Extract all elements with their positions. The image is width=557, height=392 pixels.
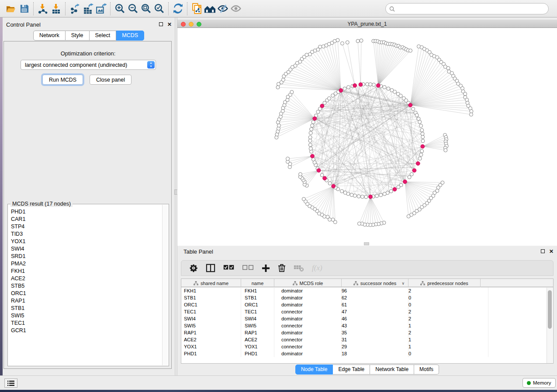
export-image-icon[interactable] bbox=[94, 3, 107, 15]
mcds-result-item[interactable]: TEC1 bbox=[8, 319, 162, 327]
run-mcds-button[interactable]: Run MCDS bbox=[42, 75, 83, 85]
mcds-result-item[interactable]: SRD1 bbox=[8, 252, 162, 260]
refresh-icon[interactable] bbox=[171, 3, 184, 15]
mcds-result-item[interactable]: CAR1 bbox=[8, 215, 162, 223]
close-table-panel-icon[interactable]: ✕ bbox=[549, 249, 554, 254]
tab-select[interactable]: Select bbox=[90, 31, 117, 41]
tab-node-table[interactable]: Node Table bbox=[295, 364, 333, 375]
cell-successor-nodes[interactable]: 46 bbox=[342, 315, 408, 322]
search-field[interactable] bbox=[385, 3, 549, 14]
column-header-shared-name[interactable]: shared name bbox=[181, 279, 241, 287]
delete-column-icon[interactable] bbox=[278, 263, 286, 273]
cell-name[interactable]: SWI5 bbox=[241, 322, 274, 329]
tab-mcds[interactable]: MCDS bbox=[116, 31, 144, 41]
mcds-result-item[interactable]: PHD1 bbox=[8, 208, 162, 215]
deselect-all-icon[interactable] bbox=[242, 263, 254, 273]
optimization-criterion-select[interactable]: largest connected component (undirected)… bbox=[21, 60, 156, 70]
cell-mcds-role[interactable]: dominator bbox=[274, 315, 342, 322]
cell-mcds-role[interactable]: dominator bbox=[274, 287, 342, 294]
node-table[interactable]: shared name name MCDS role successor nod… bbox=[181, 279, 554, 364]
mcds-result-list[interactable]: PHD1CAR1STP4TID3YOX1SWI4SRD1PMA2FKH1ACE2… bbox=[8, 208, 162, 365]
export-network-icon[interactable] bbox=[68, 3, 81, 15]
select-all-icon[interactable] bbox=[223, 263, 235, 273]
cell-name[interactable]: ACE2 bbox=[241, 336, 274, 343]
memory-button[interactable]: Memory bbox=[522, 378, 556, 388]
cell-mcds-role[interactable]: dominator bbox=[274, 350, 342, 357]
cell-name[interactable]: FKH1 bbox=[241, 287, 274, 294]
tab-edge-table[interactable]: Edge Table bbox=[333, 364, 370, 375]
network-window-titlebar[interactable]: YPA_prune.txt_1 bbox=[177, 20, 557, 28]
float-table-panel-icon[interactable] bbox=[540, 249, 545, 254]
zoom-fit-icon[interactable] bbox=[139, 3, 152, 15]
show-graphics-icon[interactable] bbox=[229, 3, 242, 15]
cell-predecessor-nodes[interactable]: 1 bbox=[408, 343, 488, 350]
cell-mcds-role[interactable]: connector bbox=[274, 308, 342, 315]
zoom-in-icon[interactable] bbox=[113, 3, 126, 15]
cell-mcds-role[interactable]: connector bbox=[274, 343, 342, 350]
tab-style[interactable]: Style bbox=[66, 31, 90, 41]
mcds-result-item[interactable]: SWI4 bbox=[8, 245, 162, 252]
add-column-icon[interactable] bbox=[262, 263, 270, 273]
mcds-result-item[interactable]: TID3 bbox=[8, 230, 162, 237]
table-row[interactable]: SWI4SWI4dominator462 bbox=[181, 315, 553, 322]
zoom-out-icon[interactable] bbox=[126, 3, 139, 15]
export-table-icon[interactable] bbox=[81, 3, 94, 15]
tab-motifs[interactable]: Motifs bbox=[414, 364, 439, 375]
table-row[interactable]: ORC1ORC1dominator610 bbox=[181, 301, 553, 308]
close-panel-button[interactable]: Close panel bbox=[90, 75, 131, 85]
cell-shared-name[interactable]: YOX1 bbox=[181, 343, 241, 350]
cell-successor-nodes[interactable]: 29 bbox=[342, 343, 408, 350]
table-settings-icon[interactable] bbox=[189, 263, 198, 273]
cell-predecessor-nodes[interactable]: 2 bbox=[408, 329, 488, 336]
cell-mcds-role[interactable]: dominator bbox=[274, 329, 342, 336]
cell-name[interactable]: RAP1 bbox=[241, 329, 274, 336]
mcds-result-item[interactable]: GCR1 bbox=[8, 327, 162, 334]
mcds-result-item[interactable]: ORC1 bbox=[8, 289, 162, 297]
save-session-icon[interactable] bbox=[17, 3, 31, 15]
cell-predecessor-nodes[interactable]: 2 bbox=[408, 287, 488, 294]
cell-name[interactable]: SWI4 bbox=[241, 315, 274, 322]
mcds-result-item[interactable]: YOX1 bbox=[8, 237, 162, 245]
cell-shared-name[interactable]: TEC1 bbox=[181, 308, 241, 315]
table-row[interactable]: ACE2ACE2connector311 bbox=[181, 336, 553, 343]
column-header-predecessor-nodes[interactable]: predecessor nodes bbox=[408, 279, 481, 287]
table-row[interactable]: RAP1RAP1dominator352 bbox=[181, 329, 553, 336]
cell-successor-nodes[interactable]: 47 bbox=[342, 308, 408, 315]
table-row[interactable]: STB1STB1dominator620 bbox=[181, 294, 553, 301]
mcds-result-item[interactable]: FKH1 bbox=[8, 267, 162, 275]
column-header-successor-nodes[interactable]: successor nodes ∨ bbox=[342, 279, 408, 287]
cell-predecessor-nodes[interactable]: 2 bbox=[408, 315, 488, 322]
cell-shared-name[interactable]: ACE2 bbox=[181, 336, 241, 343]
cell-successor-nodes[interactable]: 18 bbox=[342, 350, 408, 357]
tab-network-table[interactable]: Network Table bbox=[370, 364, 414, 375]
table-row[interactable]: TEC1TEC1connector472 bbox=[181, 308, 553, 315]
table-row[interactable]: PHD1PHD1dominator180 bbox=[181, 350, 553, 357]
table-row[interactable]: FKH1FKH1dominator962 bbox=[181, 287, 553, 294]
cell-successor-nodes[interactable]: 96 bbox=[342, 287, 408, 294]
cell-predecessor-nodes[interactable]: 0 bbox=[408, 350, 488, 357]
cell-name[interactable]: YOX1 bbox=[241, 343, 274, 350]
cell-predecessor-nodes[interactable]: 0 bbox=[408, 294, 488, 301]
hide-graphics-icon[interactable] bbox=[216, 3, 229, 15]
horizontal-split-handle[interactable] bbox=[364, 242, 369, 245]
cell-successor-nodes[interactable]: 31 bbox=[342, 336, 408, 343]
mcds-result-item[interactable]: STP4 bbox=[8, 223, 162, 230]
zoom-selected-icon[interactable] bbox=[152, 3, 166, 15]
cell-name[interactable]: STB1 bbox=[241, 294, 274, 301]
cell-mcds-role[interactable]: dominator bbox=[274, 294, 342, 301]
mcds-list-scrollbar[interactable] bbox=[162, 205, 168, 365]
network-canvas[interactable] bbox=[177, 28, 557, 246]
cell-name[interactable]: PHD1 bbox=[241, 350, 274, 357]
cell-shared-name[interactable]: ORC1 bbox=[181, 301, 241, 308]
cell-mcds-role[interactable]: dominator bbox=[274, 301, 342, 308]
cell-successor-nodes[interactable]: 43 bbox=[342, 322, 408, 329]
cell-shared-name[interactable]: SWI5 bbox=[181, 322, 241, 329]
cell-shared-name[interactable]: FKH1 bbox=[181, 287, 241, 294]
column-header-mcds-role[interactable]: MCDS role bbox=[274, 279, 342, 287]
open-file-icon[interactable] bbox=[4, 3, 17, 15]
table-scrollbar[interactable] bbox=[547, 288, 553, 363]
cell-successor-nodes[interactable]: 61 bbox=[342, 301, 408, 308]
cell-mcds-role[interactable]: connector bbox=[274, 322, 342, 329]
tab-network[interactable]: Network bbox=[33, 31, 66, 41]
cell-shared-name[interactable]: STB1 bbox=[181, 294, 241, 301]
